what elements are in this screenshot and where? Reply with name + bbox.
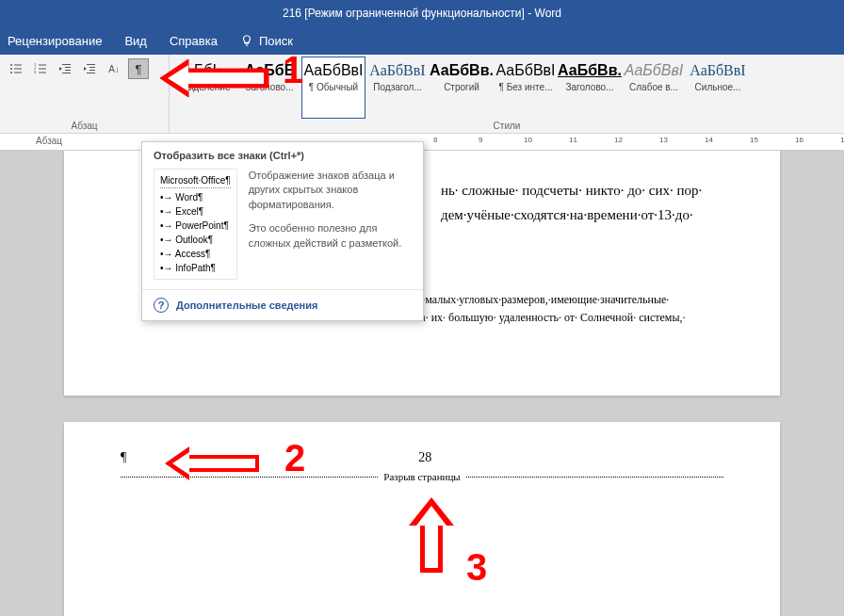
doc-line-2: дем·учёные·сходятся·на·времени·от·13·до· <box>441 203 723 228</box>
tooltip-list-item: •→ Excel¶ <box>160 204 231 219</box>
svg-rect-13 <box>65 67 71 68</box>
svg-rect-18 <box>89 70 95 71</box>
style-name: Заголово... <box>242 82 297 92</box>
tooltip-show-marks: Отобразить все знаки (Ctrl+*) Microsoft·… <box>141 141 424 321</box>
doc-line-1: нь· сложные· подсчеты· никто· до· сих· п… <box>441 179 723 203</box>
page-break-label: Разрыв страницы <box>378 471 465 482</box>
style-item-4[interactable]: АаБбВв.Строгий <box>430 57 494 119</box>
style-name: Сильное... <box>690 82 745 92</box>
svg-rect-9 <box>39 69 46 70</box>
tooltip-title: Отобразить все знаки (Ctrl+*) <box>142 142 423 167</box>
ruler-number: 17 <box>840 136 844 144</box>
style-preview: АаБбВвI <box>625 59 683 82</box>
style-item-0[interactable]: БбIВыделение <box>173 57 237 119</box>
tooltip-desc-1: Отображение знаков абзаца и других скрыт… <box>249 169 412 212</box>
tooltip-list-item: •→ Word¶ <box>160 190 231 204</box>
style-preview: АаБбВвI <box>495 59 555 82</box>
doc-line-3: чайно·малых·угловых·размеров,·имеющие·зн… <box>394 291 723 309</box>
svg-rect-15 <box>62 73 71 73</box>
svg-rect-3 <box>14 69 22 70</box>
style-name: Строгий <box>434 82 489 92</box>
svg-rect-14 <box>65 70 71 71</box>
menu-help[interactable]: Справка <box>170 34 218 48</box>
style-item-3[interactable]: АаБбВвIПодзагол... <box>365 57 430 119</box>
bullets-button[interactable] <box>6 58 26 79</box>
style-item-5[interactable]: АаБбВвI¶ Без инте... <box>494 57 558 119</box>
styles-group: БбIВыделениеАаБбEЗаголово...АаБбВвI¶ Обы… <box>170 55 844 133</box>
show-marks-button[interactable]: ¶ <box>128 58 149 79</box>
menu-bar: Рецензирование Вид Справка Поиск <box>0 26 844 55</box>
ruler-number: 10 <box>524 136 532 144</box>
decrease-indent-button[interactable] <box>55 58 75 79</box>
style-preview: АаБбE <box>245 59 295 82</box>
style-preview: АаБбВвI <box>303 59 363 82</box>
tooltip-list-title: Microsoft·Office¶ <box>160 173 231 188</box>
sort-button[interactable]: A↓ <box>104 58 124 79</box>
ruler-number: 12 <box>614 136 623 144</box>
menu-search-label: Поиск <box>259 34 293 48</box>
style-name: ¶ Без инте... <box>498 82 553 92</box>
tooltip-description: Отображение знаков абзаца и других скрыт… <box>249 169 412 280</box>
tooltip-list-item: •→ Outlook¶ <box>160 233 231 247</box>
svg-point-2 <box>10 68 12 70</box>
style-name: ¶ Обычный <box>306 82 361 92</box>
ribbon: 123 A↓ ¶ Абзац БбIВыделениеАаБбEЗаголово… <box>0 55 844 134</box>
tooltip-desc-2: Это особенно полезно для сложных действи… <box>249 221 412 251</box>
lightbulb-icon <box>240 34 253 47</box>
svg-rect-7 <box>39 65 46 66</box>
ruler-number: 16 <box>795 136 803 144</box>
styles-group-label: Стили <box>173 119 840 131</box>
increase-indent-button[interactable] <box>79 58 100 79</box>
svg-rect-19 <box>87 73 95 73</box>
svg-rect-16 <box>87 64 95 65</box>
page-break-indicator: Разрыв страницы <box>121 471 723 482</box>
ruler-section-label: Абзац <box>36 136 62 146</box>
page-2[interactable]: ¶ 28 Разрыв страницы <box>64 422 780 616</box>
style-item-7[interactable]: АаБбВвIСлабое в... <box>622 57 686 119</box>
tooltip-more-label: Дополнительные сведения <box>176 300 317 311</box>
tooltip-more-link[interactable]: ? Дополнительные сведения <box>142 289 423 320</box>
style-preview: АаБбВвI <box>369 59 425 82</box>
style-name: Выделение <box>178 82 233 92</box>
paragraph-group-label: Абзац <box>6 121 163 131</box>
svg-rect-1 <box>14 65 22 66</box>
style-item-8[interactable]: АаБбВвIСильное... <box>686 57 750 119</box>
svg-text:3: 3 <box>34 70 37 74</box>
style-preview: АаБбВв. <box>430 59 494 82</box>
tooltip-list-item: •→ Access¶ <box>160 247 231 261</box>
style-item-6[interactable]: АаБбВв.Заголово... <box>558 57 622 119</box>
doc-line-4: ает· на· их· большую· удаленность· от· С… <box>394 309 723 327</box>
style-item-2[interactable]: АаБбВвI¶ Обычный <box>301 57 365 119</box>
ruler-number: 14 <box>705 136 713 144</box>
svg-rect-12 <box>62 64 71 65</box>
svg-rect-17 <box>89 67 95 68</box>
svg-point-4 <box>10 72 12 73</box>
style-preview: АаБбВв. <box>558 59 622 82</box>
ruler-number: 13 <box>659 136 668 144</box>
menu-search[interactable]: Поиск <box>240 34 293 48</box>
ruler-number: 11 <box>569 136 577 144</box>
svg-point-0 <box>10 64 12 66</box>
numbering-button[interactable]: 123 <box>30 58 51 79</box>
tooltip-preview: Microsoft·Office¶ •→ Word¶•→ Excel¶•→ Po… <box>154 169 237 280</box>
help-icon: ? <box>154 298 169 313</box>
style-name: Слабое в... <box>626 82 681 92</box>
style-preview: АаБбВвI <box>690 59 745 82</box>
style-preview: БбI <box>194 59 217 82</box>
ruler-number: 8 <box>433 136 437 144</box>
svg-rect-5 <box>14 73 22 73</box>
title-text: 216 [Режим ограниченной функциональности… <box>283 7 561 20</box>
page-number: 28 <box>126 450 723 465</box>
paragraph-group: 123 A↓ ¶ Абзац <box>0 55 170 133</box>
menu-view[interactable]: Вид <box>124 34 147 48</box>
tooltip-list-item: •→ InfoPath¶ <box>160 261 231 275</box>
ruler-number: 15 <box>750 136 758 144</box>
style-name: Заголово... <box>562 82 617 92</box>
svg-rect-11 <box>39 73 46 73</box>
tooltip-list-item: •→ PowerPoint¶ <box>160 219 231 233</box>
menu-review[interactable]: Рецензирование <box>8 34 102 48</box>
title-bar: 216 [Режим ограниченной функциональности… <box>0 0 844 26</box>
style-name: Подзагол... <box>370 82 425 92</box>
style-item-1[interactable]: АаБбEЗаголово... <box>237 57 301 119</box>
ruler-number: 9 <box>479 136 482 144</box>
